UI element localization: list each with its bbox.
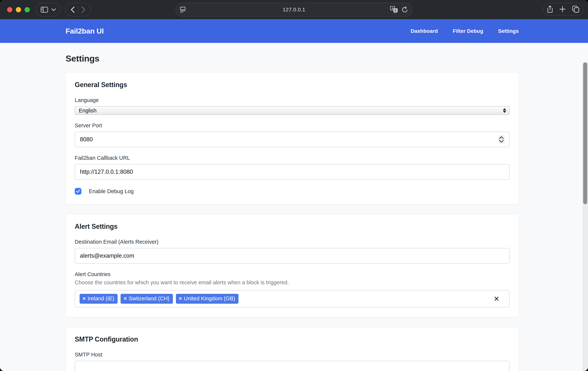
server-port-input[interactable] xyxy=(75,132,510,147)
smtp-host-label: SMTP Host xyxy=(75,351,510,358)
country-tags[interactable]: ×Ireland (IE)×Switzerland (CH)×United Ki… xyxy=(75,290,510,307)
close-window-button[interactable] xyxy=(7,7,12,12)
server-port-label: Server Port xyxy=(75,122,510,129)
back-button[interactable] xyxy=(67,4,78,15)
svg-text:文: 文 xyxy=(394,9,397,12)
nav-link-filter-debug[interactable]: Filter Debug xyxy=(453,28,483,34)
general-settings-card: General Settings Language English Server… xyxy=(66,73,519,205)
nav-link-dashboard[interactable]: Dashboard xyxy=(411,28,438,34)
forward-button[interactable] xyxy=(78,4,89,15)
debug-log-label[interactable]: Enable Debug Log xyxy=(89,188,134,195)
share-icon[interactable] xyxy=(547,5,553,13)
app-brand[interactable]: Fail2ban UI xyxy=(66,27,104,35)
country-tag[interactable]: ×Switzerland (CH) xyxy=(121,294,173,304)
general-settings-heading: General Settings xyxy=(75,81,510,89)
tab-overview-icon[interactable] xyxy=(572,5,579,13)
smtp-configuration-card: SMTP Configuration SMTP Host xyxy=(66,327,519,371)
chevron-down-icon[interactable] xyxy=(52,8,56,11)
svg-text:A: A xyxy=(392,7,394,10)
window-controls xyxy=(7,7,30,12)
new-tab-icon[interactable] xyxy=(559,6,566,12)
minimize-window-button[interactable] xyxy=(16,7,21,12)
destination-email-input[interactable] xyxy=(75,248,510,264)
language-select-value: English xyxy=(79,108,96,114)
sidebar-icon[interactable] xyxy=(41,7,48,13)
page-title: Settings xyxy=(66,53,519,64)
page-content: Settings General Settings Language Engli… xyxy=(0,43,588,371)
language-label: Language xyxy=(75,97,510,103)
debug-log-checkbox[interactable] xyxy=(75,188,81,195)
alert-settings-heading: Alert Settings xyxy=(75,223,510,230)
destination-email-label: Destination Email (Alerts Receiver) xyxy=(75,239,510,245)
country-tag[interactable]: ×United Kingdom (GB) xyxy=(176,294,239,304)
nav-link-settings[interactable]: Settings xyxy=(498,28,519,34)
address-bar[interactable]: 127.0.0.1 A 文 xyxy=(176,3,412,17)
tab-actions-group xyxy=(543,3,584,15)
alert-settings-card: Alert Settings Destination Email (Alerts… xyxy=(66,214,519,317)
reload-icon[interactable] xyxy=(402,6,408,13)
browser-window: 127.0.0.1 A 文 xyxy=(0,0,588,371)
number-stepper[interactable] xyxy=(498,135,505,144)
translate-icon[interactable]: A 文 xyxy=(390,6,398,13)
app-navbar: Fail2ban UI Dashboard Filter Debug Setti… xyxy=(0,19,588,43)
select-arrows-icon xyxy=(503,108,506,113)
remove-country-icon[interactable]: × xyxy=(179,295,182,302)
sidebar-toggle-group xyxy=(36,3,61,16)
language-select[interactable]: English xyxy=(75,106,510,115)
remove-country-icon[interactable]: × xyxy=(83,295,86,302)
alert-countries-label: Alert Countries xyxy=(75,271,510,277)
country-tag[interactable]: ×Ireland (IE) xyxy=(80,294,117,304)
browser-titlebar: 127.0.0.1 A 文 xyxy=(0,0,588,19)
smtp-host-input[interactable] xyxy=(75,361,510,371)
history-nav-group xyxy=(65,3,91,16)
scrollbar-thumb[interactable] xyxy=(583,63,587,204)
callback-url-input[interactable] xyxy=(75,164,510,180)
zoom-window-button[interactable] xyxy=(25,7,30,12)
callback-url-label: Fail2ban Callback URL xyxy=(75,155,510,161)
remove-country-icon[interactable]: × xyxy=(124,295,127,302)
app-nav-links: Dashboard Filter Debug Settings xyxy=(411,28,519,34)
smtp-configuration-heading: SMTP Configuration xyxy=(75,335,510,343)
alert-countries-help: Choose the countries for which you want … xyxy=(75,279,510,286)
url-text[interactable]: 127.0.0.1 xyxy=(176,7,412,13)
clear-countries-icon[interactable]: ✕ xyxy=(494,295,500,302)
